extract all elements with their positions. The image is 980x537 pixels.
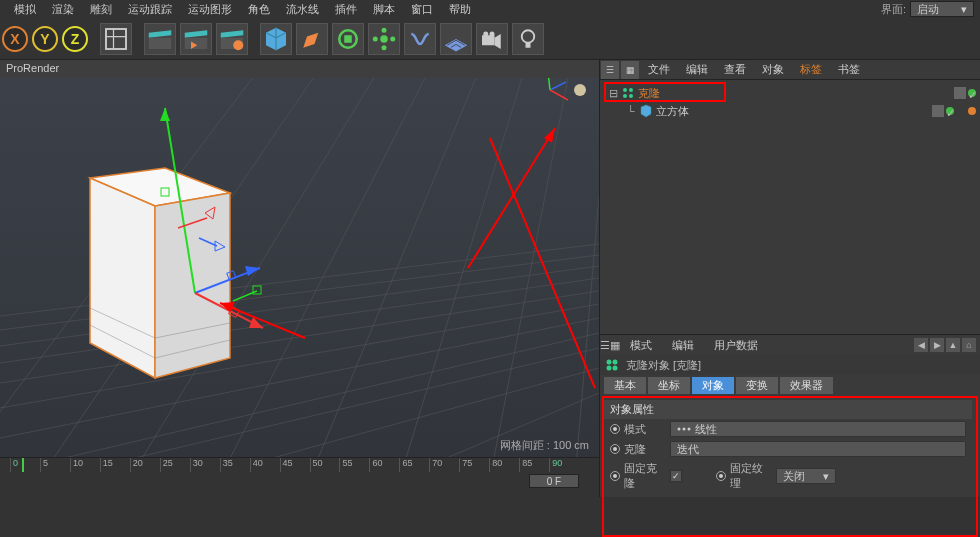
tick-80: 80 — [489, 458, 519, 472]
render-region-button[interactable] — [180, 23, 212, 55]
obj-menu-objects[interactable]: 对象 — [754, 62, 792, 77]
layer-toggle-cube[interactable] — [932, 105, 944, 117]
svg-marker-18 — [90, 178, 155, 378]
tick-85: 85 — [519, 458, 549, 472]
timeline-ruler[interactable]: 0 5 10 15 20 25 30 35 40 45 50 55 60 65 … — [10, 458, 579, 472]
attr-menu-icon[interactable]: ☰ — [600, 339, 610, 352]
viewport-3d[interactable]: 网格间距 : 100 cm — [0, 78, 599, 457]
svg-point-14 — [490, 31, 495, 36]
menu-sculpt[interactable]: 雕刻 — [82, 2, 120, 17]
layout-label: 界面: — [881, 2, 906, 17]
svg-point-13 — [483, 31, 488, 36]
cube-primitive-button[interactable] — [260, 23, 292, 55]
clapper-gear-icon — [217, 24, 247, 54]
tab-transform[interactable]: 变换 — [736, 377, 778, 394]
obj-menu-tags[interactable]: 标签 — [792, 62, 830, 77]
tick-70: 70 — [429, 458, 459, 472]
picture-viewer-button[interactable] — [216, 23, 248, 55]
tick-0: 0 — [10, 458, 40, 472]
tick-90: 90 — [549, 458, 579, 472]
attr-menu-edit[interactable]: 编辑 — [662, 338, 704, 353]
axis-y-button[interactable]: Y — [32, 26, 58, 52]
generator-icon — [333, 24, 363, 54]
attr-menu-userdata[interactable]: 用户数据 — [704, 338, 768, 353]
nav-back-button[interactable]: ◀ — [914, 338, 928, 352]
clapper-icon — [145, 24, 175, 54]
panel-menu-icon[interactable]: ☰ — [601, 61, 619, 79]
svg-point-15 — [522, 30, 535, 43]
render-view-button[interactable] — [144, 23, 176, 55]
viewport-grid-label: 网格间距 : 100 cm — [500, 438, 589, 453]
attr-view-icon[interactable]: ▦ — [610, 339, 620, 352]
camera-icon — [477, 24, 507, 54]
camera-button[interactable] — [476, 23, 508, 55]
tab-basic[interactable]: 基本 — [604, 377, 646, 394]
layout-dropdown[interactable]: 启动 ▾ — [910, 1, 974, 17]
menu-window[interactable]: 窗口 — [403, 2, 441, 17]
nav-up-button[interactable]: ▲ — [946, 338, 960, 352]
menu-plugins[interactable]: 插件 — [327, 2, 365, 17]
light-button[interactable] — [512, 23, 544, 55]
menu-render[interactable]: 渲染 — [44, 2, 82, 17]
panel-view-icon[interactable]: ▦ — [621, 61, 639, 79]
axis-x-button[interactable]: X — [2, 26, 28, 52]
menu-help[interactable]: 帮助 — [441, 2, 479, 17]
nav-home-button[interactable]: ⌂ — [962, 338, 976, 352]
obj-menu-file[interactable]: 文件 — [640, 62, 678, 77]
tick-50: 50 — [310, 458, 340, 472]
tree-label-cube[interactable]: 立方体 — [656, 104, 689, 119]
nav-fwd-button[interactable]: ▶ — [930, 338, 944, 352]
tab-coord[interactable]: 坐标 — [648, 377, 690, 394]
menu-scripts[interactable]: 脚本 — [365, 2, 403, 17]
tick-25: 25 — [160, 458, 190, 472]
current-frame-field[interactable]: 0 F — [529, 474, 579, 488]
array-icon — [369, 24, 399, 54]
array-button[interactable] — [368, 23, 400, 55]
renderer-label: ProRender — [0, 60, 599, 78]
chevron-down-icon: ▾ — [961, 3, 967, 16]
render-settings-button[interactable] — [100, 23, 132, 55]
timeline[interactable]: 0 5 10 15 20 25 30 35 40 45 50 55 60 65 … — [0, 457, 599, 497]
svg-point-52 — [607, 366, 612, 371]
menu-character[interactable]: 角色 — [240, 2, 278, 17]
axis-z-button[interactable]: Z — [62, 26, 88, 52]
timeline-playhead[interactable] — [22, 458, 24, 472]
obj-menu-edit[interactable]: 编辑 — [678, 62, 716, 77]
annotation-red-frame-props — [602, 396, 978, 537]
menu-pipeline[interactable]: 流水线 — [278, 2, 327, 17]
menu-mograph[interactable]: 运动图形 — [180, 2, 240, 17]
menu-mottrack[interactable]: 运动跟踪 — [120, 2, 180, 17]
tab-effectors[interactable]: 效果器 — [780, 377, 833, 394]
svg-point-9 — [390, 36, 395, 41]
obj-menu-view[interactable]: 查看 — [716, 62, 754, 77]
light-icon — [513, 24, 543, 54]
attr-menu-mode[interactable]: 模式 — [620, 338, 662, 353]
svg-point-51 — [613, 360, 618, 365]
tab-object[interactable]: 对象 — [692, 377, 734, 394]
tick-15: 15 — [100, 458, 130, 472]
svg-rect-6 — [344, 35, 352, 43]
layer-toggle[interactable] — [954, 87, 966, 99]
annotation-red-frame-cloner — [604, 82, 726, 102]
menu-simulate[interactable]: 模拟 — [6, 2, 44, 17]
attr-title-text: 克隆对象 [克隆] — [626, 358, 701, 373]
svg-rect-1 — [149, 37, 172, 48]
visible-toggle-cube[interactable]: ✓ — [946, 107, 954, 115]
svg-point-11 — [373, 36, 378, 41]
visible-toggle[interactable]: ✓ — [968, 89, 976, 97]
tick-35: 35 — [220, 458, 250, 472]
deformer-button[interactable] — [404, 23, 436, 55]
svg-point-8 — [382, 27, 387, 32]
cloner-icon-title — [604, 357, 620, 373]
obj-menu-bookmarks[interactable]: 书签 — [830, 62, 868, 77]
floor-button[interactable] — [440, 23, 472, 55]
object-manager[interactable]: ⊟ 克隆 ✓ └ 立方体 ✓ — [600, 80, 980, 334]
tree-row-cube[interactable]: └ 立方体 ✓ — [604, 102, 976, 120]
svg-point-53 — [613, 366, 618, 371]
spline-button[interactable] — [296, 23, 328, 55]
tick-5: 5 — [40, 458, 70, 472]
generator-button[interactable] — [332, 23, 364, 55]
svg-marker-19 — [155, 193, 230, 378]
tag-phong[interactable] — [968, 107, 976, 115]
tree-child-connector: └ — [626, 105, 636, 117]
